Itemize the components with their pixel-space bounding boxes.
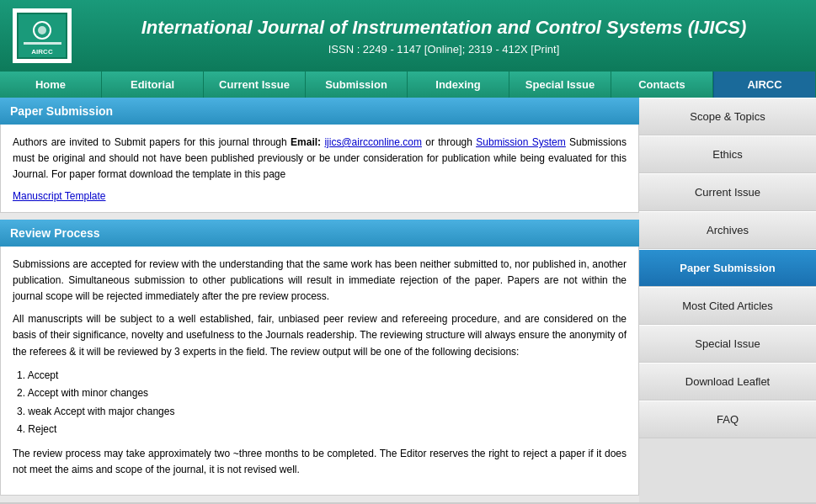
- sidebar-item-ethics[interactable]: Ethics: [639, 135, 816, 173]
- review-text-1: Submissions are accepted for review with…: [13, 257, 627, 305]
- page-header: AIRCC International Journal of Instrumen…: [0, 0, 816, 72]
- paper-submission-section: Paper Submission Authors are invited to …: [0, 98, 639, 213]
- list-item: 1. Accept: [17, 367, 627, 385]
- nav-submission[interactable]: Submission: [306, 72, 408, 98]
- sidebar-item-archives[interactable]: Archives: [639, 211, 816, 249]
- sidebar-item-current-issue[interactable]: Current Issue: [639, 173, 816, 211]
- nav-special-issue[interactable]: Special Issue: [509, 72, 611, 98]
- sidebar-item-download-leaflet[interactable]: Download Leaflet: [639, 363, 816, 401]
- submission-system-link[interactable]: Submission System: [476, 136, 565, 148]
- sidebar: Scope & Topics Ethics Current Issue Arch…: [639, 98, 816, 502]
- paper-submission-text: Authors are invited to Submit papers for…: [13, 135, 627, 183]
- sidebar-item-paper-submission[interactable]: Paper Submission: [639, 249, 816, 287]
- list-item: 3. weak Accept with major changes: [17, 403, 627, 422]
- review-process-body: Submissions are accepted for review with…: [0, 247, 639, 496]
- svg-rect-3: [24, 42, 61, 45]
- sidebar-item-faq[interactable]: FAQ: [639, 401, 816, 438]
- sidebar-item-scope-topics[interactable]: Scope & Topics: [639, 98, 816, 135]
- journal-issn: ISSN : 2249 - 1147 [Online]; 2319 - 412X…: [84, 43, 803, 56]
- page-layout: Paper Submission Authors are invited to …: [0, 98, 816, 502]
- nav-current-issue[interactable]: Current Issue: [204, 72, 306, 98]
- sidebar-item-most-cited[interactable]: Most Cited Articles: [639, 287, 816, 325]
- review-process-section: Review Process Submissions are accepted …: [0, 220, 639, 496]
- paper-submission-body: Authors are invited to Submit papers for…: [0, 125, 639, 213]
- nav-contacts[interactable]: Contacts: [611, 72, 713, 98]
- svg-point-2: [38, 26, 46, 34]
- review-decisions-list: 1. Accept 2. Accept with minor changes 3…: [13, 367, 627, 439]
- header-text: International Journal of Instrumentation…: [84, 17, 803, 56]
- review-text-3: The review process may take approximatel…: [13, 446, 627, 478]
- list-item: 4. Reject: [17, 421, 627, 439]
- nav-home[interactable]: Home: [0, 72, 102, 98]
- paper-submission-header: Paper Submission: [0, 98, 639, 125]
- manuscript-template-link[interactable]: Manuscript Template: [13, 190, 627, 202]
- main-content: Paper Submission Authors are invited to …: [0, 98, 639, 502]
- journal-title: International Journal of Instrumentation…: [84, 17, 803, 39]
- logo-box: AIRCC: [13, 8, 72, 63]
- nav-aircc[interactable]: AIRCC: [713, 72, 816, 98]
- nav-editorial[interactable]: Editorial: [102, 72, 204, 98]
- review-process-header: Review Process: [0, 220, 639, 247]
- list-item: 2. Accept with minor changes: [17, 385, 627, 403]
- review-text-2: All manuscripts will be subject to a wel…: [13, 311, 627, 360]
- sidebar-item-special-issue[interactable]: Special Issue: [639, 325, 816, 363]
- nav-indexing[interactable]: Indexing: [408, 72, 509, 98]
- logo: AIRCC: [17, 13, 67, 59]
- navigation: Home Editorial Current Issue Submission …: [0, 72, 816, 98]
- svg-text:AIRCC: AIRCC: [31, 48, 53, 56]
- email-link[interactable]: ijics@aircconline.com: [324, 136, 422, 148]
